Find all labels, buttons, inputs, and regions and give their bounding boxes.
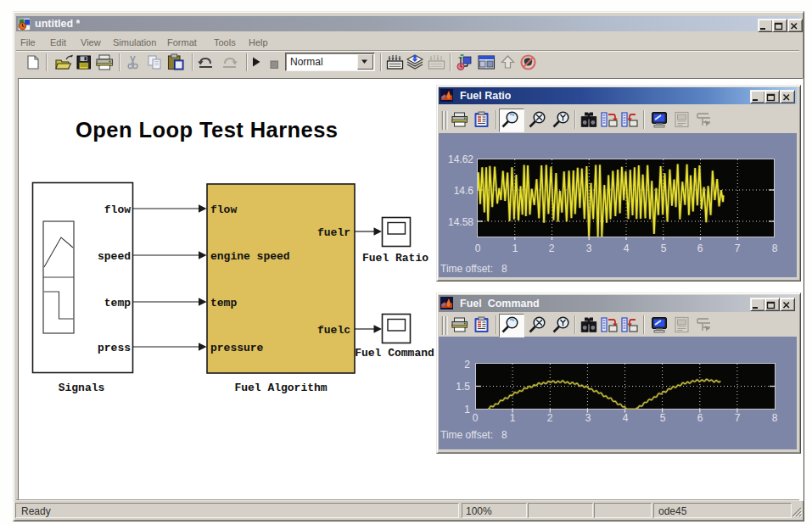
svg-text:flow: flow: [104, 203, 131, 216]
svg-text:speed: speed: [98, 250, 131, 263]
svg-text:temp: temp: [104, 297, 131, 309]
svg-text:press: press: [98, 342, 131, 354]
svg-text:Open Loop Test Harness: Open Loop Test Harness: [76, 118, 338, 142]
svg-text:fuelc: fuelc: [317, 324, 350, 337]
svg-text:Fuel Command: Fuel Command: [355, 347, 434, 360]
svg-text:temp: temp: [210, 297, 237, 309]
svg-text:Fuel Algorithm: Fuel Algorithm: [234, 382, 327, 394]
svg-text:Fuel Ratio: Fuel Ratio: [362, 252, 428, 265]
svg-text:pressure: pressure: [210, 342, 264, 354]
svg-text:engine speed: engine speed: [210, 250, 290, 263]
svg-text:Signals: Signals: [59, 382, 105, 394]
svg-text:fuelr: fuelr: [317, 226, 350, 239]
svg-text:flow: flow: [210, 203, 237, 216]
